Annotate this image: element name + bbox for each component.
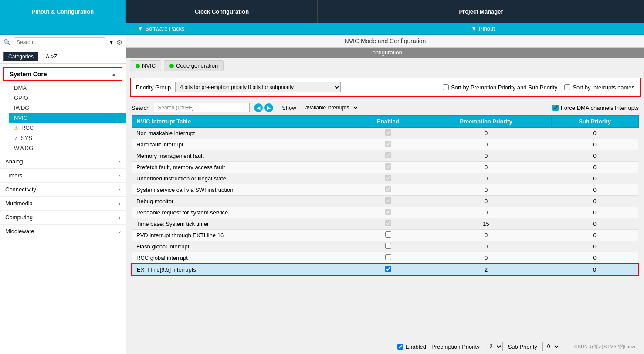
interrupt-preemption: 0 bbox=[421, 184, 551, 196]
search-row: Search ◀ ▶ Show available interrupts all… bbox=[126, 100, 644, 115]
wwdg-label: WWDG bbox=[14, 145, 33, 151]
table-row: RCC global interrupt00 bbox=[132, 252, 638, 264]
sort-preemption-checkbox[interactable] bbox=[443, 84, 449, 90]
table-row: Time base: System tick timer150 bbox=[132, 218, 638, 230]
priority-group-select[interactable]: 4 bits for pre-emption priority 0 bits f… bbox=[175, 82, 341, 92]
sort-options: Sort by Premption Priority and Sub Prior… bbox=[443, 84, 634, 91]
system-core-items: DMA GPIO IWDG NVIC ⚠ RCC ✓ SYS bbox=[0, 83, 126, 153]
sidebar-category-analog[interactable]: Analog › bbox=[0, 155, 126, 169]
categories-tab[interactable]: Categories bbox=[3, 52, 38, 61]
sidebar-category-connectivity[interactable]: Connectivity › bbox=[0, 183, 126, 197]
search-icon: 🔍 bbox=[3, 39, 11, 46]
interrupt-enabled-cell bbox=[355, 230, 421, 241]
interrupt-enabled-cell bbox=[355, 173, 421, 184]
table-row: System service call via SWI instruction0… bbox=[132, 184, 638, 196]
pinout-nav[interactable]: ▼ Pinout bbox=[322, 23, 644, 34]
interrupt-enabled-checkbox[interactable] bbox=[385, 231, 391, 238]
interrupt-enabled-checkbox[interactable] bbox=[385, 220, 391, 226]
interrupt-enabled-checkbox[interactable] bbox=[385, 266, 391, 272]
table-header: NVIC Interrupt Table Enabled Preemption … bbox=[132, 116, 638, 128]
priority-group-label: Priority Group bbox=[136, 84, 171, 91]
table-row: EXTI line[9:5] interrupts20 bbox=[132, 264, 638, 276]
sidebar-item-iwdg[interactable]: IWDG bbox=[9, 103, 126, 113]
interrupt-enabled-checkbox[interactable] bbox=[385, 243, 391, 249]
show-select[interactable]: available interrupts all interrupts enab… bbox=[301, 103, 359, 112]
content-inner: NVIC Code generation Priority Group 4 bi… bbox=[126, 58, 644, 354]
system-core-header[interactable]: System Core ▲ bbox=[3, 67, 122, 81]
sidebar-item-nvic[interactable]: NVIC bbox=[9, 113, 126, 123]
software-packs-label: Software Packs bbox=[145, 25, 184, 32]
clock-config-tab[interactable]: Clock Configuration bbox=[126, 0, 318, 23]
bottom-subpriority-select[interactable]: 0 1 bbox=[542, 342, 560, 351]
interrupt-name: RCC global interrupt bbox=[132, 252, 355, 264]
multimedia-label: Multimedia bbox=[5, 200, 33, 207]
code-gen-tab-label: Code generation bbox=[176, 62, 218, 69]
interrupt-preemption: 0 bbox=[421, 252, 551, 264]
interrupt-enabled-checkbox[interactable] bbox=[385, 209, 391, 215]
analog-label: Analog bbox=[5, 158, 23, 165]
project-manager-tab[interactable]: Project Manager bbox=[318, 0, 644, 23]
software-packs-nav[interactable]: ▼ Software Packs bbox=[0, 23, 322, 34]
bottom-preemption-select[interactable]: 2 0 1 3 bbox=[485, 342, 503, 351]
sort-name-checkbox[interactable] bbox=[564, 84, 570, 90]
interrupt-enabled-checkbox[interactable] bbox=[385, 175, 391, 181]
nvic-tab-btn[interactable]: NVIC bbox=[130, 60, 161, 71]
interrupt-enabled-checkbox[interactable] bbox=[385, 254, 391, 260]
interrupt-name: PVD interrupt through EXTI line 16 bbox=[132, 230, 355, 241]
bottom-enabled-label: Enabled bbox=[405, 344, 426, 350]
interrupt-enabled-cell bbox=[355, 128, 421, 139]
interrupt-enabled-checkbox[interactable] bbox=[385, 163, 391, 170]
interrupt-enabled-cell bbox=[355, 218, 421, 230]
table-row: Pendable request for system service00 bbox=[132, 207, 638, 218]
interrupt-subpriority: 0 bbox=[551, 264, 638, 276]
config-bar: Configuration bbox=[126, 48, 644, 58]
middleware-label: Middleware bbox=[5, 228, 34, 235]
sys-label: SYS bbox=[21, 135, 32, 141]
sidebar-category-middleware[interactable]: Middleware › bbox=[0, 225, 126, 238]
sidebar-item-rcc[interactable]: ⚠ RCC bbox=[9, 123, 126, 133]
gear-icon[interactable]: ⚙ bbox=[116, 38, 122, 47]
interrupt-preemption: 0 bbox=[421, 241, 551, 252]
interrupt-enabled-cell bbox=[355, 162, 421, 173]
search-field[interactable] bbox=[154, 103, 250, 112]
interrupt-enabled-cell bbox=[355, 252, 421, 264]
interrupt-preemption: 0 bbox=[421, 162, 551, 173]
show-label: Show bbox=[282, 105, 296, 111]
col-enabled: Enabled bbox=[355, 116, 421, 128]
sidebar-item-gpio[interactable]: GPIO bbox=[9, 93, 126, 103]
col-subpriority: Sub Priority bbox=[551, 116, 638, 128]
search-next-btn[interactable]: ▶ bbox=[264, 103, 273, 112]
interrupt-preemption: 0 bbox=[421, 128, 551, 139]
bottom-enabled-checkbox[interactable] bbox=[397, 344, 403, 350]
pinout-arrow: ▼ bbox=[471, 25, 477, 32]
sidebar-item-wwdg[interactable]: WWDG bbox=[9, 143, 126, 153]
sidebar-category-multimedia[interactable]: Multimedia › bbox=[0, 197, 126, 211]
interrupt-enabled-checkbox[interactable] bbox=[385, 129, 391, 136]
az-tab[interactable]: A->Z bbox=[41, 52, 62, 61]
sidebar-category-computing[interactable]: Computing › bbox=[0, 211, 126, 225]
interrupt-enabled-checkbox[interactable] bbox=[385, 141, 391, 147]
force-dma-option: Force DMA channels Interrupts bbox=[552, 105, 639, 111]
interrupt-preemption: 0 bbox=[421, 173, 551, 184]
interrupt-enabled-checkbox[interactable] bbox=[385, 186, 391, 192]
interrupt-subpriority: 0 bbox=[551, 230, 638, 241]
interrupt-enabled-checkbox[interactable] bbox=[385, 152, 391, 158]
sidebar-item-dma[interactable]: DMA bbox=[9, 83, 126, 93]
interrupt-name: Flash global interrupt bbox=[132, 241, 355, 252]
search-prev-btn[interactable]: ◀ bbox=[254, 103, 263, 112]
table-row: Hard fault interrupt00 bbox=[132, 139, 638, 150]
interrupt-enabled-checkbox[interactable] bbox=[385, 197, 391, 204]
code-gen-tab-btn[interactable]: Code generation bbox=[164, 60, 224, 71]
search-input[interactable] bbox=[14, 37, 106, 47]
force-dma-checkbox[interactable] bbox=[552, 105, 559, 111]
interrupt-enabled-cell bbox=[355, 241, 421, 252]
dropdown-arrow[interactable]: ▼ bbox=[109, 40, 114, 45]
table-body: Non maskable interrupt00Hard fault inter… bbox=[132, 128, 638, 276]
interrupt-name: Hard fault interrupt bbox=[132, 139, 355, 150]
pinout-label: Pinout bbox=[479, 25, 495, 32]
interrupt-name: Debug monitor bbox=[132, 196, 355, 207]
sidebar-category-timers[interactable]: Timers › bbox=[0, 169, 126, 183]
pinout-config-tab[interactable]: Pinout & Configuration bbox=[0, 0, 126, 23]
dma-label: DMA bbox=[14, 85, 27, 91]
sidebar-item-sys[interactable]: ✓ SYS bbox=[9, 133, 126, 143]
